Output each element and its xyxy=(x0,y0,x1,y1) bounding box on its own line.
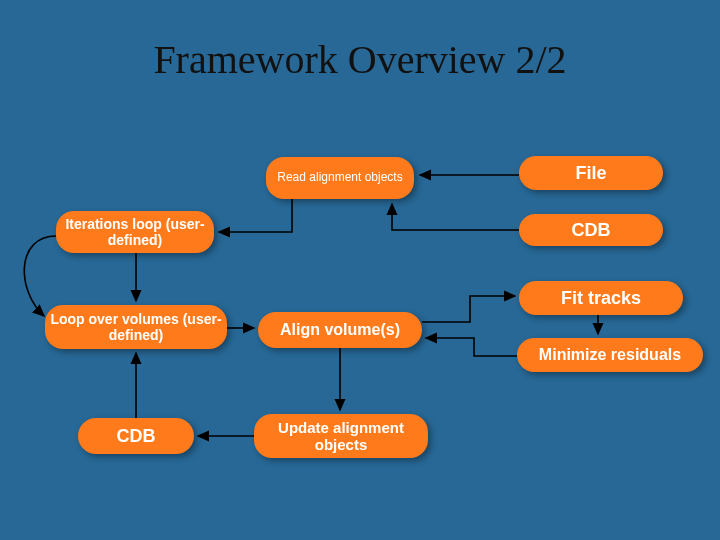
node-file: File xyxy=(519,156,663,190)
node-fit-tracks: Fit tracks xyxy=(519,281,683,315)
node-iterations-loop: Iterations loop (user-defined) xyxy=(56,211,214,253)
node-read-alignment: Read alignment objects xyxy=(266,157,414,199)
node-minimize-residuals: Minimize residuals xyxy=(517,338,703,372)
node-align-volumes: Align volume(s) xyxy=(258,312,422,348)
slide-title: Framework Overview 2/2 xyxy=(0,36,720,83)
node-loop-volumes: Loop over volumes (user-defined) xyxy=(45,305,227,349)
node-cdb-top: CDB xyxy=(519,214,663,246)
node-minimize-residuals-label: Minimize residuals xyxy=(539,346,681,364)
node-cdb-bottom: CDB xyxy=(78,418,194,454)
node-cdb-top-label: CDB xyxy=(572,220,611,241)
node-update-alignment-label: Update alignment objects xyxy=(254,419,428,454)
node-fit-tracks-label: Fit tracks xyxy=(561,288,641,309)
node-align-volumes-label: Align volume(s) xyxy=(280,321,400,339)
node-iterations-loop-label: Iterations loop (user-defined) xyxy=(56,216,214,248)
node-update-alignment: Update alignment objects xyxy=(254,414,428,458)
node-loop-volumes-label: Loop over volumes (user-defined) xyxy=(45,311,227,343)
node-read-alignment-label: Read alignment objects xyxy=(277,171,402,185)
node-cdb-bottom-label: CDB xyxy=(117,426,156,447)
node-file-label: File xyxy=(575,163,606,184)
